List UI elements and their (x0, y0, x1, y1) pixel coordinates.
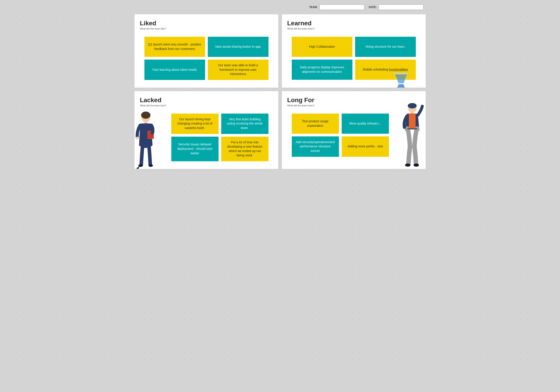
date-label: DATE: (369, 6, 377, 9)
date-field: DATE: (369, 4, 423, 10)
lacked-note-2[interactable]: Very few team building outing involving … (221, 114, 269, 134)
liked-note-2-text: New social sharing button in-app (215, 45, 261, 49)
liked-note-4[interactable]: Our team was able to build a framework t… (208, 60, 269, 80)
man-figure (399, 102, 426, 169)
lacked-title: Lacked (140, 97, 273, 104)
learned-note-2[interactable]: Hiring structure for our team. (355, 37, 416, 57)
learned-note-3[interactable]: Daily progress display improves alignmen… (292, 60, 352, 80)
svg-point-19 (414, 163, 419, 167)
longfor-note-4-text: Adding more perfor... test (348, 144, 383, 149)
learned-subtitle: What did the team learn? (287, 27, 420, 30)
hourglass-icon (392, 73, 410, 88)
svg-point-6 (141, 111, 150, 119)
date-input[interactable] (379, 4, 423, 10)
liked-panel: Liked What did this team like? Q1 launch… (135, 14, 278, 88)
liked-note-4-text: Our team was able to build a framework t… (211, 63, 265, 76)
liked-note-3-text: Fast learning about client needs (152, 68, 197, 72)
learned-note-1[interactable]: High Collaboration (292, 37, 352, 57)
liked-note-1[interactable]: Q1 launch went very smooth - positive fe… (144, 37, 205, 57)
longfor-note-3-text: Add security/operations/and performance … (295, 140, 335, 153)
woman-figure (135, 111, 161, 169)
lacked-note-1[interactable]: Our launch timing kept changing creating… (171, 114, 219, 134)
team-label: TEAM: (309, 6, 318, 9)
liked-title: Liked (140, 20, 273, 27)
svg-rect-20 (407, 128, 417, 130)
longfor-note-2-text: More quality infrastru... (349, 121, 381, 126)
lacked-note-4-text: Put a lot of time into developing a new … (225, 140, 265, 158)
longfor-panel: Long For What did the team learn? (282, 91, 426, 169)
team-field: TEAM: (309, 4, 364, 10)
learned-title: Learned (287, 20, 420, 27)
longfor-note-1[interactable]: Test product usage expectation (292, 114, 339, 134)
main-grid: Liked What did this team like? Q1 launch… (135, 14, 426, 169)
lacked-subtitle: What did the team lack? (140, 104, 273, 107)
longfor-note-4[interactable]: Adding more perfor... test (342, 136, 389, 157)
lacked-panel: Lacked What did the team lack? (135, 91, 278, 169)
lacked-note-3-text: Security issues delayed deployment - sho… (175, 142, 215, 155)
learned-note-2-text: Hiring structure for our team. (365, 45, 405, 49)
page-wrapper: TEAM: DATE: Liked What did this team lik… (135, 4, 426, 169)
team-input[interactable] (320, 4, 364, 10)
liked-note-3[interactable]: Fast learning about client needs (144, 60, 205, 80)
liked-notes-grid: Q1 launch went very smooth - positive fe… (140, 34, 273, 82)
lacked-note-1-text: Our launch timing kept changing creating… (175, 117, 215, 130)
svg-point-18 (405, 163, 410, 167)
svg-point-16 (408, 103, 417, 108)
liked-note-1-text: Q1 launch went very smooth - positive fe… (148, 42, 201, 51)
longfor-note-2[interactable]: More quality infrastru... (342, 114, 389, 134)
learned-note-3-text: Daily progress display improves alignmen… (295, 65, 349, 74)
svg-marker-2 (395, 84, 407, 88)
svg-point-10 (135, 137, 139, 139)
learned-note-1-text: High Collaboration (309, 45, 335, 49)
learned-note-4-text: Mobile scheduling functionalities (363, 67, 408, 72)
header-row: TEAM: DATE: (135, 4, 426, 10)
learned-panel: Learned What did the team learn? High Co… (282, 14, 426, 88)
svg-point-13 (137, 168, 139, 169)
lacked-note-3[interactable]: Security issues delayed deployment - sho… (171, 137, 219, 161)
svg-point-14 (149, 164, 153, 167)
lacked-note-4[interactable]: Put a lot of time into developing a new … (221, 137, 269, 161)
longfor-note-3[interactable]: Add security/operations/and performance … (292, 136, 339, 157)
lacked-note-2-text: Very few team building outing involving … (225, 117, 265, 130)
longfor-note-1-text: Test product usage expectation (295, 119, 335, 128)
liked-subtitle: What did this team like? (140, 27, 273, 30)
liked-note-2[interactable]: New social sharing button in-app (208, 37, 269, 57)
